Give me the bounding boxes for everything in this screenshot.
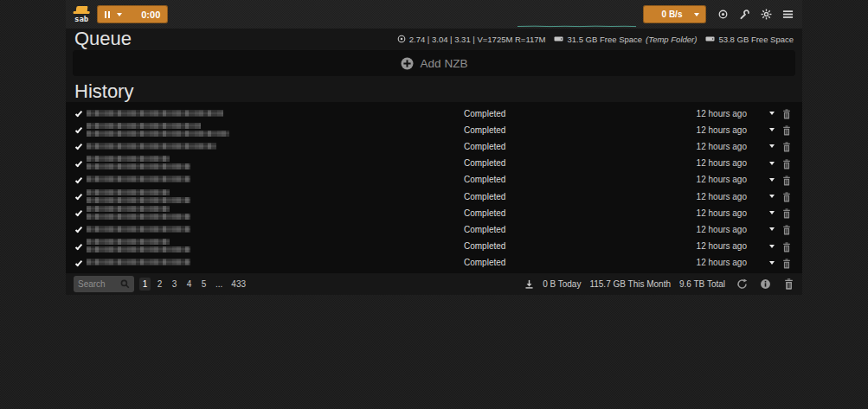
completed-check-icon bbox=[75, 176, 82, 183]
history-row[interactable]: Completed 12 hours ago bbox=[66, 188, 802, 204]
navbar-icon-group bbox=[717, 9, 794, 21]
add-nzb-dropzone[interactable]: Add NZB bbox=[73, 50, 795, 76]
row-dropdown-caret[interactable] bbox=[769, 245, 775, 248]
gear-icon[interactable] bbox=[760, 9, 772, 21]
wrench-icon[interactable] bbox=[738, 9, 750, 21]
sabnzbd-page: sab 0:00 0 B/s bbox=[0, 0, 868, 409]
history-item-age: 12 hours ago bbox=[697, 191, 747, 201]
footer-icon-group bbox=[736, 278, 794, 290]
history-header: History bbox=[66, 81, 802, 102]
top-navbar: sab 0:00 0 B/s bbox=[66, 0, 802, 29]
plus-circle-icon bbox=[401, 57, 414, 70]
pause-resume-button[interactable]: 0:00 bbox=[97, 5, 168, 23]
history-item-status: Completed bbox=[464, 108, 505, 118]
speed-value: 0 B/s bbox=[650, 10, 694, 19]
menu-icon[interactable] bbox=[781, 9, 794, 21]
page-button-3[interactable]: 3 bbox=[169, 278, 180, 291]
row-dropdown-caret[interactable] bbox=[769, 162, 775, 165]
page-button-5[interactable]: 5 bbox=[198, 278, 209, 291]
search-icon[interactable] bbox=[120, 279, 130, 289]
history-row[interactable]: Completed 12 hours ago bbox=[66, 171, 802, 188]
logo-text: sab bbox=[74, 15, 88, 23]
hdd-icon bbox=[705, 35, 715, 43]
temp-folder-space-value: 31.5 GB Free Space bbox=[567, 35, 642, 44]
search-input[interactable] bbox=[78, 279, 118, 289]
history-item-name-redacted bbox=[87, 156, 190, 169]
trash-icon bbox=[782, 142, 791, 152]
history-row[interactable]: Completed 12 hours ago bbox=[66, 105, 802, 121]
pause-dropdown-caret[interactable] bbox=[117, 13, 122, 16]
pause-timer: 0:00 bbox=[141, 10, 160, 20]
page-button-2[interactable]: 2 bbox=[154, 278, 165, 291]
refresh-icon[interactable] bbox=[736, 278, 748, 290]
page-button-1[interactable]: 1 bbox=[139, 278, 151, 291]
completed-check-icon bbox=[75, 159, 82, 167]
completed-check-icon bbox=[75, 259, 82, 266]
row-dropdown-caret[interactable] bbox=[769, 227, 775, 231]
complete-folder-space-value: 53.8 GB Free Space bbox=[718, 35, 794, 44]
history-item-age: 12 hours ago bbox=[697, 258, 747, 267]
page-button-433[interactable]: 433 bbox=[228, 278, 248, 291]
temp-folder-space: 31.5 GB Free Space (Temp Folder) bbox=[554, 35, 697, 44]
history-row[interactable]: Completed 12 hours ago bbox=[66, 155, 802, 171]
row-dropdown-caret[interactable] bbox=[769, 211, 775, 214]
queue-title: Queue bbox=[74, 28, 132, 50]
add-nzb-label: Add NZB bbox=[421, 57, 468, 70]
stat-total: 9.6 TB Total bbox=[679, 279, 725, 289]
row-dropdown-caret[interactable] bbox=[769, 112, 775, 115]
sysload-stat: 2.74 | 3.04 | 3.31 | V=1725M R=117M bbox=[397, 35, 546, 44]
sabnzbd-logo[interactable]: sab bbox=[74, 6, 88, 23]
history-item-status: Completed bbox=[464, 158, 505, 168]
history-item-status: Completed bbox=[464, 224, 505, 233]
history-item-status: Completed bbox=[464, 241, 505, 251]
trash-icon bbox=[782, 109, 791, 119]
history-row[interactable]: Completed 12 hours ago bbox=[66, 204, 802, 220]
history-item-name-redacted bbox=[87, 123, 229, 137]
history-item-age: 12 hours ago bbox=[697, 175, 747, 184]
trash-icon bbox=[782, 242, 791, 252]
history-item-age: 12 hours ago bbox=[697, 108, 747, 118]
row-delete-button[interactable] bbox=[782, 257, 791, 272]
history-search bbox=[74, 276, 134, 292]
completed-check-icon bbox=[75, 110, 82, 118]
trash-icon bbox=[782, 125, 791, 136]
trash-icon bbox=[782, 176, 791, 186]
page-button-...[interactable]: ... bbox=[213, 278, 225, 291]
speed-limit-button[interactable]: 0 B/s bbox=[643, 5, 706, 23]
status-target-icon[interactable] bbox=[717, 9, 729, 21]
history-row[interactable]: Completed 12 hours ago bbox=[66, 238, 802, 254]
complete-folder-space: 53.8 GB Free Space bbox=[705, 35, 794, 44]
page-button-4[interactable]: 4 bbox=[183, 278, 195, 291]
history-item-age: 12 hours ago bbox=[697, 208, 747, 217]
history-item-status: Completed bbox=[464, 175, 505, 184]
row-dropdown-caret[interactable] bbox=[769, 144, 775, 148]
history-item-name-redacted bbox=[87, 110, 223, 116]
queue-header: Queue 2.74 | 3.04 | 3.31 | V=1725M R=117… bbox=[66, 29, 802, 49]
completed-check-icon bbox=[75, 126, 82, 134]
completed-check-icon bbox=[75, 242, 82, 250]
row-dropdown-caret[interactable] bbox=[769, 178, 775, 182]
pagination: 12345...433 bbox=[139, 278, 248, 291]
history-row[interactable]: Completed 12 hours ago bbox=[66, 121, 802, 137]
history-row[interactable]: Completed 12 hours ago bbox=[66, 137, 802, 154]
history-item-name-redacted bbox=[87, 189, 190, 203]
info-icon[interactable] bbox=[759, 278, 771, 290]
completed-check-icon bbox=[75, 226, 82, 233]
row-dropdown-caret[interactable] bbox=[769, 128, 775, 131]
history-footer: 12345...433 0 B Today 115.7 GB This Mont… bbox=[66, 273, 802, 295]
temp-folder-note: (Temp Folder) bbox=[646, 35, 697, 44]
history-item-status: Completed bbox=[464, 125, 505, 134]
history-item-status: Completed bbox=[464, 191, 505, 201]
completed-check-icon bbox=[75, 193, 82, 201]
purge-history-trash-icon[interactable] bbox=[782, 278, 794, 290]
history-row[interactable]: Completed 12 hours ago bbox=[66, 220, 802, 237]
row-dropdown-caret[interactable] bbox=[769, 195, 775, 198]
history-item-age: 12 hours ago bbox=[697, 141, 747, 150]
stat-today: 0 B Today bbox=[543, 279, 581, 289]
transfer-stats: 0 B Today 115.7 GB This Month 9.6 TB Tot… bbox=[524, 279, 725, 289]
history-row[interactable]: Completed 12 hours ago bbox=[66, 254, 802, 271]
hdd-icon bbox=[554, 35, 563, 43]
row-dropdown-caret[interactable] bbox=[769, 261, 775, 265]
trash-icon bbox=[782, 192, 791, 202]
history-list: Completed 12 hours ago Completed 12 hour… bbox=[66, 102, 802, 273]
